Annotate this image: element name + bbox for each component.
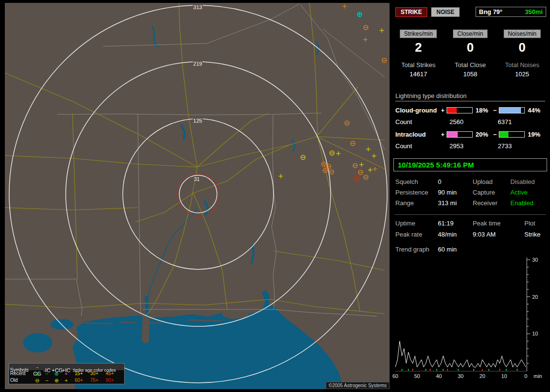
mode-toolbar: STRIKE NOISE Bng 79° 350mi xyxy=(392,3,548,17)
bar-fill xyxy=(499,132,508,137)
trend-x-tick-label: 10 xyxy=(501,373,507,379)
rates-panel: Strikes/min 2 Total Strikes 14617 Close/… xyxy=(392,29,548,78)
peak-time-value: 9:03 AM xyxy=(473,231,524,238)
neg-ic-old-icon: − xyxy=(42,377,52,384)
ring-label-31: 31 xyxy=(194,176,200,182)
age-15-label: 15+ xyxy=(71,370,87,377)
trend-x-tick-label: 40 xyxy=(436,373,442,379)
age-45-label: 45+ xyxy=(102,370,117,377)
total-noises-value: 1025 xyxy=(496,70,548,78)
ring-label-219: 219 xyxy=(193,61,202,67)
cloud-ground-label: Cloud-ground xyxy=(395,107,440,114)
distribution-title: Lightning type distribution xyxy=(395,92,545,101)
trend-window-value: 60 min xyxy=(438,246,545,253)
trend-y-tick-label: 30 xyxy=(532,257,538,263)
bar-fill xyxy=(447,132,458,137)
legend-recent-label: Recent xyxy=(10,370,32,377)
ring-label-313: 313 xyxy=(193,4,202,10)
cloud-ground-negative-count: 6371 xyxy=(498,118,545,126)
age-30-label: 30+ xyxy=(87,370,102,377)
status-row: Uptime 61:19 Peak time Plot xyxy=(395,220,545,227)
trend-y-tick-label: 10 xyxy=(532,331,538,336)
settings-row: Range 313 mi Receiver Enabled xyxy=(395,199,545,207)
pos-ic-old-icon: + xyxy=(61,377,71,384)
trend-graph: 3020106050403020100min xyxy=(392,256,548,380)
uptime-value: 61:19 xyxy=(438,220,473,227)
bearing-value: Bng 79° xyxy=(479,8,503,15)
receiver-label: Receiver xyxy=(473,199,510,207)
datetime-display: 10/19/2025 5:49:16 PM xyxy=(393,158,547,171)
plot-value: Strike xyxy=(524,231,545,238)
peak-rate-value: 48/min xyxy=(438,231,473,238)
intracloud-positive-count: 2953 xyxy=(449,142,498,150)
close-rate-column: Close/min 0 Total Close 1058 xyxy=(444,29,496,78)
legend-old-label: Old xyxy=(10,377,32,384)
intracloud-positive-bar xyxy=(447,131,473,138)
strikes-per-min-button[interactable]: Strikes/min xyxy=(400,29,437,38)
trend-trace xyxy=(395,341,526,367)
bar-fill xyxy=(499,108,521,113)
strikes-per-min-value: 2 xyxy=(392,40,444,55)
total-strikes-label: Total Strikes xyxy=(392,61,444,69)
strike-symbol xyxy=(358,13,362,17)
settings-row: Squelch 0 Upload Disabled xyxy=(395,178,545,185)
cloud-ground-row: Cloud-ground + 18% − 44% xyxy=(395,107,545,114)
bearing-range-display: Bng 79° 350mi xyxy=(476,7,546,17)
noises-per-min-button[interactable]: Noises/min xyxy=(504,29,541,38)
pos-cg-recent-icon: ⊕ xyxy=(52,370,61,377)
total-close-label: Total Close xyxy=(444,61,496,69)
trend-x-tick-label: 60 xyxy=(392,373,398,379)
receiver-status: Enabled xyxy=(510,199,545,207)
pos-cg-old-icon: ⊕ xyxy=(52,377,61,384)
pos-ic-recent-icon: + xyxy=(61,370,71,377)
trend-graph-panel: 3020106050403020100min xyxy=(392,256,548,380)
divider xyxy=(394,214,546,215)
range-setting-value: 313 mi xyxy=(438,199,473,207)
persistence-label: Persistence xyxy=(395,189,438,196)
plus-sign: + xyxy=(440,107,446,114)
neg-ic-recent-icon: − xyxy=(42,370,52,377)
age-90-label: 90+ xyxy=(102,377,117,384)
trend-y-tick-label: 20 xyxy=(532,294,538,300)
age-75-label: 75+ xyxy=(87,377,102,384)
trend-graph-label: Trend graph xyxy=(395,246,438,253)
peak-time-label: Peak time xyxy=(473,220,524,227)
application-window: 313 219 125 31 Symbols -CG -IC +CG +IC S… xyxy=(0,0,550,392)
intracloud-positive-pct: 20% xyxy=(474,131,492,138)
total-close-value: 1058 xyxy=(444,70,496,78)
ring-label-125: 125 xyxy=(193,118,202,124)
settings-row: Persistence 90 min Capture Active xyxy=(395,189,545,196)
cloud-ground-positive-pct: 18% xyxy=(474,107,492,114)
bar-fill xyxy=(447,108,457,113)
lightning-distribution-panel: Lightning type distribution Cloud-ground… xyxy=(392,92,548,150)
trend-x-tick-label: 0 xyxy=(524,373,527,379)
copyright-label: ©2005 Astrogenic Systems xyxy=(326,382,390,389)
strikes-rate-column: Strikes/min 2 Total Strikes 14617 xyxy=(392,29,444,78)
settings-panel: Squelch 0 Upload Disabled Persistence 90… xyxy=(392,178,548,207)
trend-graph-header: Trend graph 60 min xyxy=(392,246,548,253)
cloud-ground-negative-bar xyxy=(499,107,525,113)
range-value: 350mi xyxy=(525,8,543,15)
status-row: Peak rate 48/min 9:03 AM Strike xyxy=(395,231,545,238)
cloud-ground-negative-pct: 44% xyxy=(526,107,544,114)
trend-x-tick-label: 50 xyxy=(414,373,420,379)
close-per-min-button[interactable]: Close/min xyxy=(453,29,487,38)
strike-button[interactable]: STRIKE xyxy=(395,7,427,17)
intracloud-negative-bar xyxy=(499,131,525,138)
close-per-min-value: 0 xyxy=(444,40,496,55)
status-panel: Uptime 61:19 Peak time Plot Peak rate 48… xyxy=(392,220,548,238)
noise-button[interactable]: NOISE xyxy=(431,7,460,17)
neg-cg-old-icon: ⊖ xyxy=(32,377,42,384)
map-display[interactable]: 313 219 125 31 xyxy=(5,3,390,389)
cloud-ground-positive-bar xyxy=(447,107,473,113)
squelch-label: Squelch xyxy=(395,178,438,185)
noises-rate-column: Noises/min 0 Total Noises 1025 xyxy=(496,29,548,78)
plot-label: Plot xyxy=(524,220,545,227)
trend-x-tick-label: 20 xyxy=(479,373,485,379)
neg-cg-recent-icon: ⊖ xyxy=(32,370,42,377)
minus-sign: − xyxy=(492,131,498,138)
plus-sign: + xyxy=(440,131,446,138)
intracloud-negative-count: 2733 xyxy=(498,142,545,150)
range-label: Range xyxy=(395,199,438,207)
cloud-ground-count-row: Count 2560 6371 xyxy=(395,118,545,126)
